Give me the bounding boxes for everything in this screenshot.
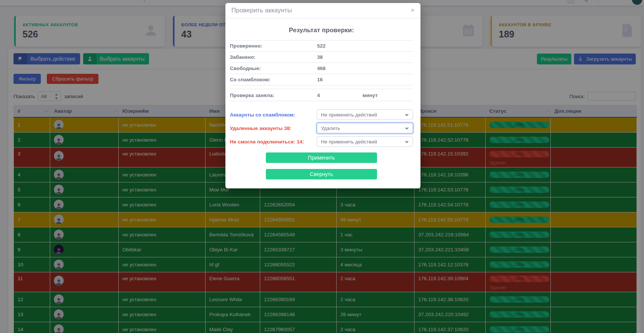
divider <box>230 85 413 89</box>
result-row: Проверенно: 522 <box>230 40 413 52</box>
chevron-down-icon <box>405 140 409 144</box>
result-row: Со спамблоком: 16 <box>230 74 413 85</box>
chevron-down-icon <box>405 113 409 117</box>
deleted-accounts-label: Удаленные аккаунты 38: <box>230 125 317 131</box>
results-heading: Результат проверки: <box>230 27 413 34</box>
duration-row: Проверка заняла: 4 минут <box>230 90 413 101</box>
modal-title: Проверить аккаунты <box>231 7 292 14</box>
action-row: Удаленные аккаунты 38: Удалить <box>230 123 413 133</box>
result-row: Забанено: 38 <box>230 52 413 63</box>
deleted-accounts-action-select[interactable]: Удалить <box>317 123 413 133</box>
modal-actions: Аккаунты со спамблоком: Не применять дей… <box>230 109 413 147</box>
chevron-down-icon <box>405 126 409 130</box>
not-connected-action-select[interactable]: Не применять действий <box>317 136 413 147</box>
result-row: Свободные: 468 <box>230 63 413 74</box>
action-row: Не смогли подключиться: 14: Не применять… <box>230 136 413 147</box>
collapse-button[interactable]: Свернуть <box>266 169 377 179</box>
apply-button[interactable]: Применить <box>266 152 377 163</box>
spamblock-action-select[interactable]: Не применять действий <box>317 109 413 120</box>
modal-body: Результат проверки: Проверенно: 522 Заба… <box>225 18 420 188</box>
check-accounts-modal: Проверить аккаунты × Результат проверки:… <box>225 3 420 188</box>
action-row: Аккаунты со спамблоком: Не применять дей… <box>230 109 413 120</box>
results-table: Проверенно: 522 Забанено: 38 Свободные: … <box>230 40 413 101</box>
modal-header: Проверить аккаунты × <box>225 3 420 18</box>
not-connected-label: Не смогли подключиться: 14: <box>230 139 317 145</box>
spamblock-label: Аккаунты со спамблоком: <box>230 112 317 118</box>
close-icon[interactable]: × <box>411 7 414 14</box>
